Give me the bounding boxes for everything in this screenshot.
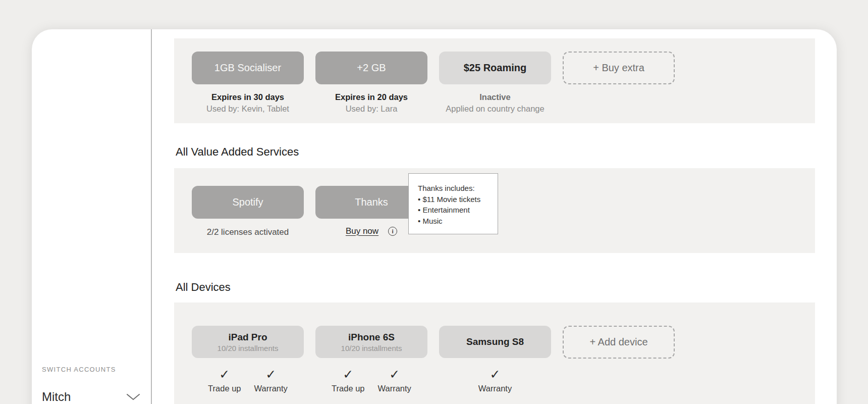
devices-panel: iPad Pro 10/20 installments ✓ Trade up ✓… (174, 302, 815, 404)
addon-buy-extra: + Buy extra (563, 52, 675, 114)
feature-label: Warranty (254, 384, 288, 393)
device-add: + Add device (563, 326, 675, 393)
addon-2gb: +2 GB Expires in 20 days Used by: Lara (315, 52, 427, 114)
devices-heading: All Devices (176, 281, 231, 294)
tooltip-bullet: • Entertainment (418, 205, 493, 216)
addon-note: Applied on country change (446, 104, 544, 114)
feature-label: Trade up (208, 384, 241, 393)
add-device-button[interactable]: + Add device (563, 326, 675, 359)
device-iphone: iPhone 6S 10/20 installments ✓ Trade up … (315, 326, 427, 393)
check-icon: ✓ (389, 369, 400, 380)
addon-used-by: Used by: Kevin, Tablet (206, 104, 289, 114)
ipad-button[interactable]: iPad Pro 10/20 installments (192, 326, 304, 358)
feature-label: Warranty (478, 384, 512, 393)
buy-extra-button[interactable]: + Buy extra (563, 52, 675, 84)
check-icon: ✓ (343, 369, 353, 380)
account-card: SWITCH ACCOUNTS Mitch 1GB Socialiser Exp… (32, 29, 837, 404)
device-installments: 10/20 installments (218, 343, 279, 353)
thanks-tooltip: Thanks includes: • $11 Movie tickets • E… (408, 173, 498, 234)
feature-warranty: ✓ Warranty (478, 369, 512, 393)
feature-trade-up: ✓ Trade up (208, 369, 241, 393)
feature-warranty: ✓ Warranty (378, 369, 411, 393)
check-icon: ✓ (219, 369, 230, 380)
sidebar-divider (151, 29, 152, 404)
addon-used-by: Used by: Lara (346, 104, 398, 114)
addon-expiry: Expires in 30 days (211, 92, 284, 102)
device-name: iPad Pro (228, 331, 267, 343)
device-name: Samsung S8 (466, 336, 524, 348)
device-ipad: iPad Pro 10/20 installments ✓ Trade up ✓… (192, 326, 304, 393)
feature-label: Trade up (332, 384, 364, 393)
addon-socialiser-button[interactable]: 1GB Socialiser (192, 52, 304, 84)
device-samsung: Samsung S8 ✓ Warranty (439, 326, 551, 393)
spotify-status: 2/2 licenses activated (207, 227, 289, 237)
addons-panel: 1GB Socialiser Expires in 30 days Used b… (174, 38, 815, 123)
switch-accounts-label: SWITCH ACCOUNTS (42, 366, 116, 373)
feature-label: Warranty (378, 384, 411, 393)
info-icon[interactable]: i (388, 227, 397, 236)
check-icon: ✓ (490, 369, 501, 380)
tooltip-bullet: • $11 Movie tickets (418, 194, 493, 205)
chevron-down-icon[interactable] (126, 393, 140, 401)
account-switcher[interactable]: Mitch (42, 388, 140, 404)
check-icon: ✓ (265, 369, 276, 380)
addon-socialiser: 1GB Socialiser Expires in 30 days Used b… (192, 52, 304, 114)
addon-expiry: Expires in 20 days (335, 92, 408, 102)
device-installments: 10/20 installments (341, 343, 402, 353)
spotify-button[interactable]: Spotify (192, 186, 304, 219)
addon-roaming-button[interactable]: $25 Roaming (439, 52, 551, 84)
addon-2gb-button[interactable]: +2 GB (315, 52, 427, 84)
samsung-button[interactable]: Samsung S8 (439, 326, 551, 358)
account-name: Mitch (42, 390, 71, 404)
feature-trade-up: ✓ Trade up (332, 369, 364, 393)
addon-status: Inactive (479, 92, 510, 102)
buy-now-link[interactable]: Buy now (346, 226, 378, 236)
iphone-button[interactable]: iPhone 6S 10/20 installments (315, 326, 427, 358)
addon-roaming: $25 Roaming Inactive Applied on country … (439, 52, 551, 114)
tooltip-title: Thanks includes: (418, 183, 493, 194)
feature-warranty: ✓ Warranty (254, 369, 288, 393)
tooltip-bullet: • Music (418, 216, 493, 227)
service-spotify: Spotify 2/2 licenses activated (192, 186, 304, 237)
device-name: iPhone 6S (348, 331, 395, 343)
services-heading: All Value Added Services (176, 145, 299, 159)
